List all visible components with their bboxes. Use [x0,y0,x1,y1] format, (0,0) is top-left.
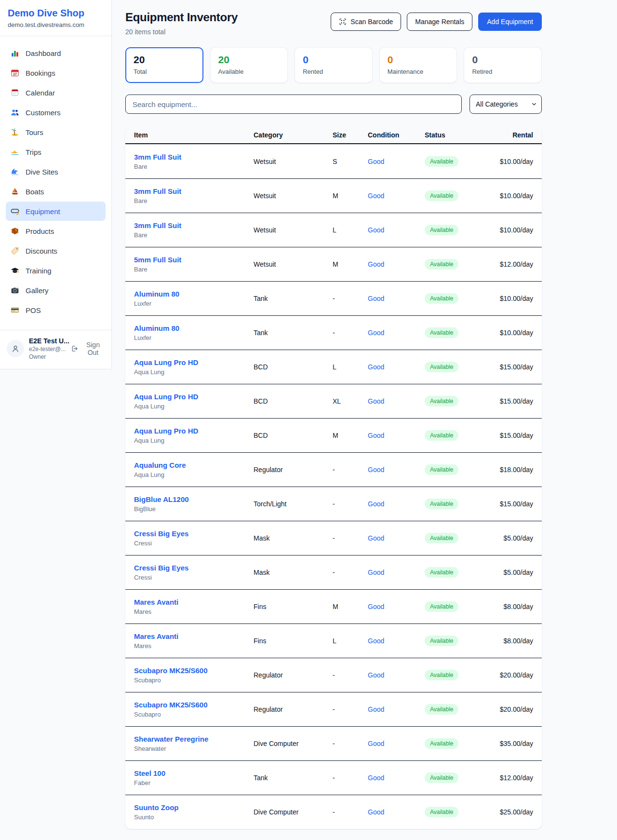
item-name-link[interactable]: 5mm Full Suit [134,256,254,264]
status-badge: Available [425,225,458,235]
item-name-link[interactable]: Steel 100 [134,769,254,777]
item-category: Wetsuit [254,192,333,200]
sidebar-item-products[interactable]: Products [6,221,106,241]
scan-barcode-button[interactable]: Scan Barcode [331,13,401,31]
item-rental-rate: $25.00/day [497,808,533,816]
status-badge: Available [425,190,458,201]
table-body: 3mm Full Suit Bare Wetsuit S Good Availa… [125,144,542,829]
item-condition-link[interactable]: Good [368,192,425,200]
wave-icon [11,167,19,176]
status-badge: Available [425,704,458,715]
item-condition-link[interactable]: Good [368,329,425,337]
sidebar-item-customers[interactable]: Customers [6,103,106,122]
item-size: - [333,808,368,816]
sidebar-item-dashboard[interactable]: Dashboard [6,43,106,63]
item-name-link[interactable]: Shearwater Peregrine [134,735,254,743]
item-condition-link[interactable]: Good [368,740,425,747]
brand-title[interactable]: Demo Dive Shop [8,8,104,19]
stat-card-maintenance[interactable]: 0 Maintenance [379,47,457,83]
stat-card-retired[interactable]: 0 Retired [464,47,542,83]
item-condition-link[interactable]: Good [368,466,425,474]
item-name-link[interactable]: Aqua Lung Pro HD [134,358,254,366]
item-name-link[interactable]: Cressi Big Eyes [134,564,254,572]
item-category: Tank [254,774,333,782]
item-condition-link[interactable]: Good [368,500,425,508]
sidebar-item-training[interactable]: Training [6,261,106,280]
column-header-size: Size [333,131,368,139]
item-name-link[interactable]: Aluminum 80 [134,290,254,298]
item-name-link[interactable]: Scubapro MK25/S600 [134,666,254,675]
item-condition-link[interactable]: Good [368,603,425,610]
column-header-status: Status [425,131,497,139]
item-category: Dive Computer [254,808,333,816]
item-condition-link[interactable]: Good [368,774,425,782]
category-select[interactable]: All Categories [469,95,542,114]
column-header-item: Item [134,131,254,139]
person-icon [11,344,20,353]
user-meta: E2E Test U... e2e-tester@... Owner [29,337,66,360]
sidebar-item-dive-sites[interactable]: Dive Sites [6,162,106,181]
sidebar-item-bookings[interactable]: 17 Bookings [6,63,106,82]
item-name-link[interactable]: Scubapro MK25/S600 [134,701,254,709]
status-badge: Available [425,362,458,372]
table-row: 3mm Full Suit Bare Wetsuit L Good Availa… [125,213,542,247]
item-condition-link[interactable]: Good [368,671,425,679]
item-condition-link[interactable]: Good [368,637,425,645]
item-name-link[interactable]: Aluminum 80 [134,324,254,332]
item-condition-link[interactable]: Good [368,158,425,165]
item-condition-link[interactable]: Good [368,432,425,439]
sidebar-item-trips[interactable]: Trips [6,142,106,162]
manage-rentals-button[interactable]: Manage Rentals [407,13,472,31]
item-name-link[interactable]: Mares Avanti [134,632,254,640]
sidebar-item-equipment[interactable]: Equipment [6,202,106,221]
item-rental-rate: $15.00/day [497,363,533,371]
sidebar-item-gallery[interactable]: Gallery [6,281,106,300]
item-name-link[interactable]: 3mm Full Suit [134,153,254,161]
item-condition-link[interactable]: Good [368,569,425,576]
stat-card-available[interactable]: 20 Available [210,47,288,83]
page-title-block: Equipment Inventory 20 items total [125,11,238,36]
item-category: Torch/Light [254,500,333,508]
sign-out-button[interactable]: Sign Out [71,339,105,358]
add-equipment-button[interactable]: Add Equipment [478,13,542,31]
item-name-link[interactable]: Cressi Big Eyes [134,529,254,538]
item-name-link[interactable]: 3mm Full Suit [134,221,254,230]
search-input[interactable] [125,95,462,114]
sidebar-item-boats[interactable]: Boats [6,182,106,201]
item-name-link[interactable]: Aqua Lung Pro HD [134,427,254,435]
svg-text:17: 17 [13,72,17,76]
item-condition-link[interactable]: Good [368,260,425,268]
item-rental-rate: $18.00/day [497,466,533,474]
item-condition-link[interactable]: Good [368,226,425,234]
sidebar-item-discounts[interactable]: Discounts [6,241,106,260]
item-condition-link[interactable]: Good [368,363,425,371]
item-condition-link[interactable]: Good [368,808,425,816]
item-name-link[interactable]: Aqualung Core [134,461,254,469]
status-badge: Available [425,533,458,543]
item-name-link[interactable]: Suunto Zoop [134,803,254,812]
qr-scan-icon [339,18,347,26]
sidebar-item-calendar[interactable]: Calendar [6,83,106,102]
dive-mask-icon [11,207,19,216]
item-name-link[interactable]: BigBlue AL1200 [134,495,254,503]
item-condition-link[interactable]: Good [368,295,425,302]
user-name: E2E Test U... [29,337,66,345]
item-brand: Mares [134,608,254,615]
page-header: Equipment Inventory 20 items total Scan … [125,11,542,36]
item-name-link[interactable]: 3mm Full Suit [134,187,254,195]
brand-domain: demo.test.divestreams.com [8,21,104,28]
item-name-link[interactable]: Mares Avanti [134,598,254,606]
item-rental-rate: $5.00/day [497,534,533,542]
sidebar-item-tours[interactable]: Tours [6,122,106,142]
item-size: M [333,432,368,439]
sidebar-item-pos[interactable]: POS [6,300,106,320]
stat-card-total[interactable]: 20 Total [125,47,203,83]
item-size: M [333,192,368,200]
item-size: - [333,329,368,337]
stat-card-rented[interactable]: 0 Rented [295,47,373,83]
item-condition-link[interactable]: Good [368,705,425,713]
item-condition-link[interactable]: Good [368,534,425,542]
camera-icon [11,286,19,295]
item-condition-link[interactable]: Good [368,397,425,405]
item-name-link[interactable]: Aqua Lung Pro HD [134,393,254,401]
